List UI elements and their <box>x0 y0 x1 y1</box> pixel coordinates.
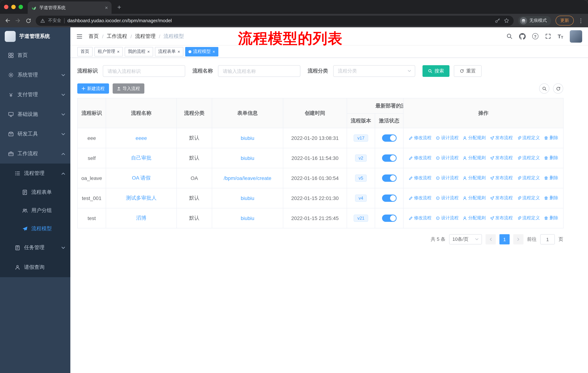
reset-button[interactable]: 重置 <box>454 65 482 77</box>
close-window-button[interactable] <box>4 5 8 9</box>
browser-tab[interactable]: 芋道管理系统 × <box>28 1 112 14</box>
form-info-link[interactable]: /bpm/oa/leave/create <box>212 168 283 188</box>
delete-link[interactable]: 删除 <box>544 135 558 141</box>
edit-process-link[interactable]: 修改流程 <box>409 135 431 141</box>
tag-close-icon[interactable]: × <box>117 49 120 54</box>
publish-process-link[interactable]: 发布流程 <box>490 215 513 221</box>
tag-close-icon[interactable]: × <box>147 49 150 54</box>
sidebar-item-process-model[interactable]: 流程模型 <box>0 220 70 238</box>
active-status-toggle[interactable] <box>382 214 396 222</box>
process-name-link[interactable]: 自己审批 <box>106 148 177 168</box>
process-definition-link[interactable]: 流程定义 <box>517 155 540 161</box>
sidebar-item-user-group[interactable]: 用户分组 <box>0 202 70 220</box>
sidebar-item-process-management[interactable]: 流程管理 <box>0 163 70 183</box>
sidebar-item-devtools[interactable]: 研发工具 <box>0 124 70 144</box>
delete-link[interactable]: 删除 <box>544 175 558 181</box>
sidebar-item-payment[interactable]: ¥ 支付管理 <box>0 85 70 105</box>
edit-process-link[interactable]: 修改流程 <box>409 215 431 221</box>
edit-process-link[interactable]: 修改流程 <box>409 195 431 201</box>
refresh-table-button[interactable] <box>553 83 563 94</box>
sidebar-item-system[interactable]: 系统管理 <box>0 65 70 85</box>
active-status-toggle[interactable] <box>382 134 396 142</box>
back-icon[interactable] <box>4 18 10 24</box>
next-page-button[interactable] <box>513 234 524 244</box>
process-name-link[interactable]: 测试多审批人 <box>106 188 177 208</box>
minimize-window-button[interactable] <box>11 5 16 9</box>
incognito-badge[interactable]: 无痕模式 <box>518 16 551 25</box>
tag-close-icon[interactable]: × <box>212 49 215 54</box>
design-process-link[interactable]: 设计流程 <box>436 135 459 141</box>
process-category-select[interactable]: 流程分类 <box>333 65 415 77</box>
assign-rule-link[interactable]: 分配规则 <box>463 195 486 201</box>
design-process-link[interactable]: 设计流程 <box>436 195 459 201</box>
delete-link[interactable]: 删除 <box>544 195 558 201</box>
design-process-link[interactable]: 设计流程 <box>436 155 459 161</box>
delete-link[interactable]: 删除 <box>544 155 558 161</box>
process-name-input[interactable] <box>218 65 300 77</box>
process-id-input[interactable] <box>103 65 185 77</box>
process-name-link[interactable]: 滔博 <box>106 208 177 228</box>
active-status-toggle[interactable] <box>382 154 396 162</box>
publish-process-link[interactable]: 发布流程 <box>490 155 513 161</box>
hide-search-button[interactable] <box>539 83 549 94</box>
goto-page-input[interactable] <box>540 234 555 244</box>
url-bar[interactable]: 不安全 dashboard.yudao.iocoder.cn/bpm/manag… <box>36 15 514 26</box>
edit-process-link[interactable]: 修改流程 <box>409 175 431 181</box>
form-info-link[interactable]: biubiu <box>212 208 283 228</box>
breadcrumb-item[interactable]: 流程管理 <box>135 33 156 40</box>
breadcrumb-item[interactable]: 工作流程 <box>107 33 127 40</box>
process-definition-link[interactable]: 流程定义 <box>517 215 540 221</box>
assign-rule-link[interactable]: 分配规则 <box>463 155 486 161</box>
password-key-icon[interactable] <box>495 18 500 23</box>
github-icon[interactable] <box>519 33 525 40</box>
new-tab-button[interactable]: + <box>115 4 123 11</box>
reload-icon[interactable] <box>26 18 31 23</box>
forward-icon[interactable] <box>15 18 21 24</box>
sidebar-item-task-management[interactable]: 任务管理 <box>0 238 70 258</box>
form-info-link[interactable]: biubiu <box>212 188 283 208</box>
bookmark-star-icon[interactable] <box>504 18 509 23</box>
search-icon[interactable] <box>506 33 512 39</box>
fullscreen-icon[interactable] <box>545 33 551 39</box>
update-button[interactable]: 更新 <box>556 16 574 26</box>
help-icon[interactable]: ? <box>532 33 538 39</box>
design-process-link[interactable]: 设计流程 <box>436 215 459 221</box>
page-size-select[interactable]: 10条/页 <box>449 234 482 244</box>
font-size-icon[interactable]: TT <box>557 33 563 39</box>
prev-page-button[interactable] <box>486 234 496 244</box>
tag-close-icon[interactable]: × <box>178 49 180 54</box>
process-definition-link[interactable]: 流程定义 <box>517 175 540 181</box>
create-process-button[interactable]: 新建流程 <box>77 83 109 94</box>
sidebar-item-process-form[interactable]: 流程表单 <box>0 183 70 202</box>
tag-tenant[interactable]: 租户管理 × <box>94 47 123 56</box>
sidebar-item-workflow[interactable]: 工作流程 <box>0 144 70 163</box>
delete-link[interactable]: 删除 <box>544 215 558 221</box>
tag-my-process[interactable]: 我的流程 × <box>125 47 153 56</box>
sidebar-item-infrastructure[interactable]: 基础设施 <box>0 105 70 124</box>
tab-close-icon[interactable]: × <box>105 5 108 10</box>
search-button[interactable]: 搜索 <box>422 65 450 77</box>
publish-process-link[interactable]: 发布流程 <box>490 135 513 141</box>
tag-process-form[interactable]: 流程表单 × <box>155 47 183 56</box>
process-name-link[interactable]: OA 请假 <box>106 168 177 188</box>
zoom-window-button[interactable] <box>19 5 23 9</box>
import-process-button[interactable]: 导入流程 <box>113 83 144 94</box>
process-definition-link[interactable]: 流程定义 <box>517 135 540 141</box>
assign-rule-link[interactable]: 分配规则 <box>463 215 486 221</box>
assign-rule-link[interactable]: 分配规则 <box>463 175 486 181</box>
tag-home[interactable]: 首页 <box>77 47 93 56</box>
active-status-toggle[interactable] <box>382 174 396 182</box>
design-process-link[interactable]: 设计流程 <box>436 175 459 181</box>
form-info-link[interactable]: biubiu <box>212 128 283 148</box>
edit-process-link[interactable]: 修改流程 <box>409 155 431 161</box>
process-definition-link[interactable]: 流程定义 <box>517 195 540 201</box>
assign-rule-link[interactable]: 分配规则 <box>463 135 486 141</box>
browser-menu-icon[interactable]: ⋮ <box>578 17 584 24</box>
publish-process-link[interactable]: 发布流程 <box>490 195 513 201</box>
publish-process-link[interactable]: 发布流程 <box>490 175 513 181</box>
sidebar-item-leave-query[interactable]: 请假查询 <box>0 258 70 277</box>
page-number-button[interactable]: 1 <box>499 234 510 244</box>
sidebar-item-home[interactable]: 首页 <box>0 46 70 65</box>
tag-process-model[interactable]: 流程模型 × <box>185 47 218 56</box>
active-status-toggle[interactable] <box>382 194 396 202</box>
